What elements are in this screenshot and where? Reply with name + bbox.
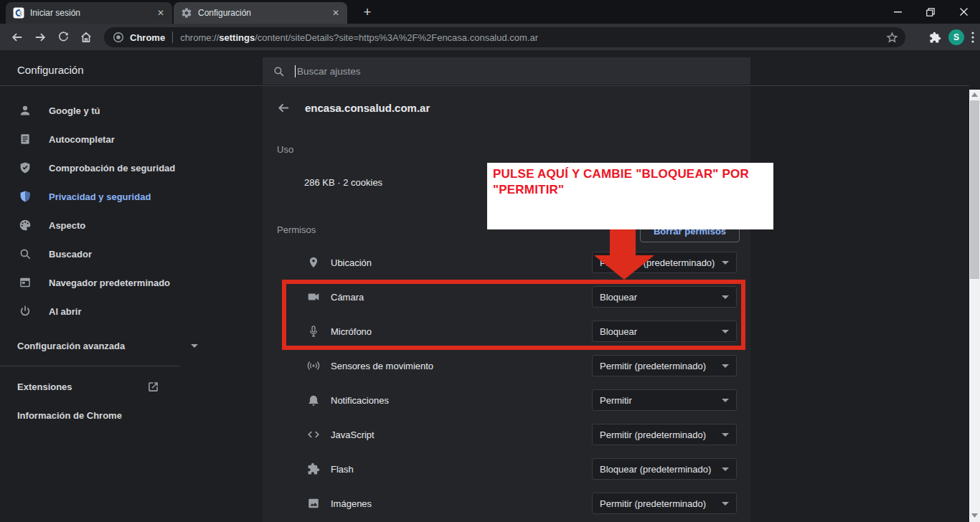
chrome-logo-icon [113,32,124,43]
power-icon [19,305,32,318]
shield-check-icon [19,161,32,174]
motion-sensor-icon [307,359,320,372]
permissions-heading: Permisos [277,224,316,235]
annotation-callout: PULSE AQUÍ Y CAMBIE "BLOQUEAR" POR"PERMI… [487,163,773,229]
search-icon [19,247,32,260]
chevron-down-icon [722,399,729,402]
url-text: chrome://settings/content/siteDetails?si… [180,32,886,43]
chevron-down-icon [191,344,198,348]
browser-toolbar: Chrome chrome://settings/content/siteDet… [0,24,980,50]
forward-button[interactable] [29,26,52,49]
tab-configuracion[interactable]: Configuración ✕ [174,2,347,24]
sidebar-item-comprobacion[interactable]: Comprobación de seguridad [0,153,215,182]
back-arrow-icon[interactable] [277,101,291,115]
home-button[interactable] [75,26,98,49]
close-tab-icon[interactable]: ✕ [330,7,341,19]
code-brackets-icon [307,428,320,441]
sidebar-item-privacidad[interactable]: Privacidad y seguridad [0,182,215,211]
tab-strip: Iniciar sesión ✕ Configuración ✕ + [0,0,980,24]
scrollbar-down-arrow[interactable] [971,513,978,518]
new-tab-button[interactable]: + [357,4,377,21]
annotation-text: PULSE AQUÍ Y CAMBIE "BLOQUEAR" POR"PERMI… [493,166,768,198]
sidebar-advanced-toggle[interactable]: Configuración avanzada [17,337,218,354]
consalud-favicon [13,7,24,19]
permission-row-flash: Flash Bloquear (predeterminado) [263,452,750,486]
permission-dropdown-sensores[interactable]: Permitir (predeterminado) [592,355,737,376]
menu-kebab-icon[interactable] [971,32,974,43]
sidebar-item-extensiones[interactable]: Extensiones [17,378,159,395]
sidebar-divider [0,366,179,366]
usage-heading: Uso [277,144,293,155]
puzzle-piece-icon [307,462,320,475]
tab-title: Iniciar sesión [30,8,155,18]
page-title: Configuración [17,64,84,76]
tab-iniciar-sesion[interactable]: Iniciar sesión ✕ [6,2,172,24]
permission-row-javascript: JavaScript Permitir (predeterminado) [263,417,750,452]
permission-dropdown-notificaciones[interactable]: Permitir [592,389,737,411]
bookmark-star-icon[interactable] [886,32,898,44]
scrollbar-up-arrow[interactable] [971,92,978,97]
person-icon [19,104,32,117]
location-pin-icon [307,256,320,269]
permission-dropdown-flash[interactable]: Bloquear (predeterminado) [592,458,737,480]
chevron-down-icon [722,261,729,265]
restore-button[interactable] [914,0,947,24]
sidebar-item-google[interactable]: Google y tú [0,96,215,125]
chevron-down-icon [722,433,729,437]
permission-dropdown-javascript[interactable]: Permitir (predeterminado) [592,424,737,445]
permission-row-ubicacion: Ubicación Preguntar (predeterminado) [263,245,750,280]
sidebar-item-buscador[interactable]: Buscador [0,239,215,268]
clipboard-icon [19,133,32,146]
close-window-button[interactable] [947,0,980,24]
sidebar-item-al-abrir[interactable]: Al abrir [0,297,215,326]
palette-icon [19,219,32,232]
site-title: encasa.consalud.com.ar [305,102,430,114]
profile-avatar[interactable]: S [948,29,964,45]
settings-search-input[interactable]: Buscar ajustes [263,57,750,85]
bell-icon [307,394,320,407]
shield-icon [19,190,32,203]
omnibox-divider [172,32,173,43]
chevron-down-icon [722,502,729,506]
permission-dropdown-imagenes[interactable]: Permitir (predeterminado) [592,493,737,514]
permission-row-notificaciones: Notificaciones Permitir [263,383,750,417]
sidebar-item-informacion[interactable]: Información de Chrome [17,407,122,424]
minimize-button[interactable] [881,0,914,24]
close-tab-icon[interactable]: ✕ [155,7,166,19]
reload-button[interactable] [52,26,75,49]
external-link-icon [147,381,159,393]
search-placeholder: Buscar ajustes [297,66,361,77]
back-button[interactable] [6,26,29,49]
sidebar-item-navegador[interactable]: Navegador predeterminado [0,268,215,297]
annotation-highlight-rectangle [282,280,745,350]
tab-title: Configuración [198,8,330,18]
address-bar[interactable]: Chrome chrome://settings/content/siteDet… [104,27,905,47]
image-icon [307,497,320,510]
extensions-puzzle-icon[interactable] [929,32,941,44]
permission-row-sensores: Sensores de movimiento Permitir (predete… [263,348,750,383]
url-brand-label: Chrome [130,32,165,43]
scrollbar-thumb[interactable] [970,100,979,279]
permission-row-imagenes: Imágenes Permitir (predeterminado) [263,486,750,521]
annotation-arrow-icon [588,228,660,281]
gear-icon [181,7,192,19]
browser-window: Iniciar sesión ✕ Configuración ✕ + [0,0,980,522]
chevron-down-icon [722,468,729,471]
sidebar-item-autocompletar[interactable]: Autocompletar [0,125,215,153]
text-caret [295,65,296,77]
usage-value: 286 KB · 2 cookies [304,177,382,188]
sidebar-item-aspecto[interactable]: Aspecto [0,211,215,239]
browser-window-icon [19,276,32,289]
chevron-down-icon [722,364,729,368]
search-icon [273,65,285,77]
